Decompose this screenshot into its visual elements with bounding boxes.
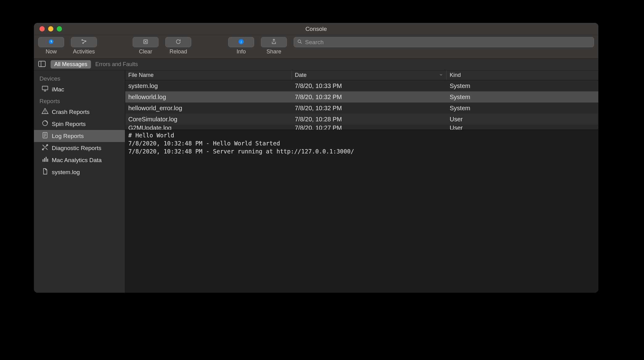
now-icon <box>48 38 55 46</box>
sidebar-system-log[interactable]: system.log <box>34 166 125 178</box>
table-row[interactable]: system.log 7/8/20, 10:33 PM System <box>125 80 598 91</box>
sidebar-toggle-button[interactable] <box>38 61 46 68</box>
search-icon <box>297 39 303 46</box>
body: Devices iMac Reports Crash Reports Spin … <box>34 70 598 293</box>
toolbar-item-activities: Activities <box>71 37 97 55</box>
table-row[interactable]: helloworld.log 7/8/20, 10:32 PM System <box>125 91 598 103</box>
column-header-label: Date <box>295 72 307 78</box>
activities-label: Activities <box>73 48 95 55</box>
sidebar-mac-analytics[interactable]: Mac Analytics Data <box>34 154 125 166</box>
filename-cell: CoreSimulator.log <box>125 116 292 123</box>
sidebar-spin-reports[interactable]: Spin Reports <box>34 118 125 130</box>
kind-cell: System <box>447 94 598 101</box>
reload-icon <box>175 38 182 46</box>
console-window: Console Now Activities <box>34 23 598 293</box>
kind-cell: System <box>447 82 598 90</box>
svg-rect-20 <box>43 159 43 162</box>
sidebar-section-reports: Reports <box>34 95 125 106</box>
column-header-kind[interactable]: Kind <box>447 70 598 80</box>
column-header-date[interactable]: Date <box>292 70 447 80</box>
sidebar-log-reports[interactable]: Log Reports <box>34 130 125 142</box>
toolbar-item-info: i Info <box>228 37 254 55</box>
filter-all-messages[interactable]: All Messages <box>51 60 91 69</box>
toolbar-item-share: Share <box>261 37 287 55</box>
clear-label: Clear <box>139 48 152 55</box>
reload-label: Reload <box>169 48 187 55</box>
search-input[interactable] <box>305 39 591 46</box>
spinner-icon <box>41 119 49 128</box>
activities-button[interactable] <box>71 37 97 47</box>
date-cell: 7/8/20, 10:28 PM <box>292 116 447 123</box>
sidebar-item-label: iMac <box>52 86 64 93</box>
sidebar-section-devices: Devices <box>34 73 125 83</box>
search-field[interactable] <box>294 37 594 47</box>
sidebar-crash-reports[interactable]: Crash Reports <box>34 106 125 118</box>
activities-icon <box>80 38 87 46</box>
svg-rect-8 <box>39 61 45 67</box>
share-icon <box>270 38 277 46</box>
kind-cell: User <box>447 116 598 123</box>
close-button[interactable] <box>39 26 45 31</box>
share-button[interactable] <box>261 37 287 47</box>
log-detail-pane[interactable]: # Hello World 7/8/2020, 10:32:48 PM - He… <box>125 130 598 293</box>
main-content: File Name Date Kind system.log 7/8/20, 1… <box>125 70 598 293</box>
minimize-button[interactable] <box>48 26 53 31</box>
svg-point-7 <box>298 40 301 43</box>
table-row[interactable]: CoreSimulator.log 7/8/20, 10:28 PM User <box>125 114 598 125</box>
log-icon <box>41 132 49 140</box>
sidebar-item-label: Diagnostic Reports <box>52 145 101 152</box>
now-label: Now <box>46 48 57 55</box>
filename-cell: helloworld_error.log <box>125 105 292 112</box>
sidebar: Devices iMac Reports Crash Reports Spin … <box>34 70 125 293</box>
sidebar-device-imac[interactable]: iMac <box>34 83 125 95</box>
filter-errors-and-faults[interactable]: Errors and Faults <box>95 61 138 68</box>
traffic-lights <box>34 26 62 31</box>
filename-cell: G2MUpdate.log <box>125 125 292 130</box>
kind-cell: System <box>447 105 598 112</box>
chart-icon <box>41 156 49 165</box>
tools-icon <box>41 144 49 153</box>
sidebar-icon <box>38 61 46 68</box>
date-cell: 7/8/20, 10:32 PM <box>292 94 447 101</box>
log-line: 7/8/2020, 10:32:48 PM - Server running a… <box>128 148 354 155</box>
chevron-down-icon <box>439 72 443 78</box>
now-button[interactable] <box>38 37 64 47</box>
svg-text:i: i <box>241 40 242 44</box>
file-icon <box>41 168 49 177</box>
clear-button[interactable] <box>133 37 159 47</box>
table-header: File Name Date Kind <box>125 70 598 80</box>
table-body[interactable]: system.log 7/8/20, 10:33 PM System hello… <box>125 80 598 130</box>
reload-button[interactable] <box>165 37 191 47</box>
info-icon: i <box>238 38 245 46</box>
svg-rect-21 <box>44 158 45 162</box>
zoom-button[interactable] <box>57 26 62 31</box>
sidebar-diagnostic-reports[interactable]: Diagnostic Reports <box>34 142 125 154</box>
svg-point-12 <box>45 112 45 113</box>
search-container <box>294 37 594 47</box>
window-title: Console <box>34 26 598 32</box>
filename-cell: system.log <box>125 82 292 90</box>
date-cell: 7/8/20, 10:27 PM <box>292 125 447 130</box>
svg-rect-23 <box>47 159 48 162</box>
toolbar: Now Activities Clear <box>34 35 598 59</box>
info-button[interactable]: i <box>228 37 254 47</box>
warning-icon <box>41 107 49 116</box>
sidebar-item-label: Spin Reports <box>52 121 86 128</box>
clear-icon <box>142 38 149 46</box>
sidebar-item-label: Mac Analytics Data <box>52 157 102 164</box>
table-row[interactable]: helloworld_error.log 7/8/20, 10:32 PM Sy… <box>125 103 598 114</box>
column-header-label: File Name <box>128 72 154 78</box>
display-icon <box>41 85 49 94</box>
table-row[interactable]: G2MUpdate.log 7/8/20, 10:27 PM User <box>125 125 598 130</box>
column-header-filename[interactable]: File Name <box>125 70 292 80</box>
svg-rect-22 <box>46 157 47 162</box>
titlebar: Console <box>34 23 598 35</box>
column-header-label: Kind <box>450 72 461 78</box>
date-cell: 7/8/20, 10:32 PM <box>292 105 447 112</box>
toolbar-item-now: Now <box>38 37 64 55</box>
filter-bar: All Messages Errors and Faults <box>34 59 598 70</box>
date-cell: 7/8/20, 10:33 PM <box>292 82 447 90</box>
toolbar-item-reload: Reload <box>165 37 191 55</box>
sidebar-item-label: Log Reports <box>52 133 84 140</box>
log-line: 7/8/2020, 10:32:48 PM - Hello World Star… <box>128 140 280 147</box>
